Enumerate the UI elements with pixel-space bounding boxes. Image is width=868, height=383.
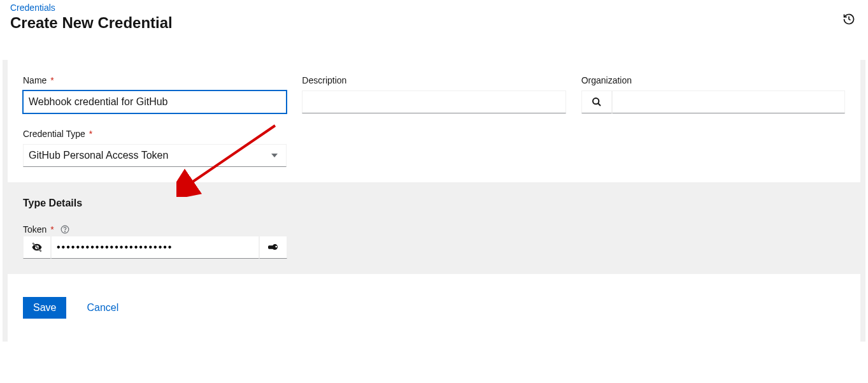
form-panel: Name * Description Organization [8, 60, 860, 182]
spacer [302, 129, 566, 167]
credential-type-label-text: Credential Type [23, 129, 85, 139]
breadcrumb-credentials[interactable]: Credentials [10, 3, 858, 13]
organization-label-text: Organization [581, 75, 632, 85]
create-credential-page: Credentials Create New Credential Name * [0, 0, 868, 383]
svg-point-4 [64, 231, 65, 232]
svg-point-0 [593, 98, 599, 104]
credential-type-group: Credential Type * GitHub Personal Access… [23, 129, 287, 167]
token-label-text: Token [23, 224, 46, 235]
spacer [581, 129, 845, 167]
token-input-row [23, 236, 287, 259]
organization-input-row [581, 90, 845, 113]
form-row-2: Credential Type * GitHub Personal Access… [23, 129, 845, 167]
history-button[interactable] [841, 11, 857, 27]
type-details-heading: Type Details [8, 182, 860, 209]
page-title: Create New Credential [10, 14, 858, 32]
name-input[interactable] [23, 90, 287, 113]
token-input[interactable] [51, 236, 259, 259]
description-input[interactable] [302, 90, 566, 113]
toggle-visibility-button[interactable] [23, 236, 51, 259]
description-label-text: Description [302, 75, 346, 85]
svg-line-1 [598, 103, 601, 106]
organization-group: Organization [581, 75, 845, 113]
required-marker: * [50, 224, 53, 235]
form-body: Name * Description Organization [3, 60, 865, 342]
search-icon [592, 97, 602, 107]
required-marker: * [50, 75, 53, 85]
credential-type-label: Credential Type * [23, 129, 287, 139]
help-icon[interactable] [60, 226, 69, 236]
page-header: Credentials Create New Credential [0, 0, 868, 45]
organization-search-button[interactable] [581, 90, 612, 113]
token-key-button[interactable] [259, 236, 287, 259]
save-button[interactable]: Save [23, 297, 66, 319]
token-label: Token * [23, 224, 69, 235]
credential-type-value: GitHub Personal Access Token [24, 146, 263, 165]
history-icon [843, 13, 855, 25]
form-footer: Save Cancel [8, 274, 860, 342]
name-group: Name * [23, 75, 287, 113]
caret-down-icon [263, 144, 286, 167]
name-label: Name * [23, 75, 287, 85]
cancel-button[interactable]: Cancel [87, 302, 118, 314]
organization-label: Organization [581, 75, 845, 85]
description-group: Description [302, 75, 566, 113]
credential-type-select[interactable]: GitHub Personal Access Token [23, 144, 287, 167]
required-marker: * [89, 129, 92, 139]
eye-slash-icon [31, 242, 43, 253]
key-icon [268, 242, 278, 252]
organization-input[interactable] [612, 90, 845, 113]
token-group: Token * [23, 224, 287, 259]
description-label: Description [302, 75, 566, 85]
type-details-panel: Token * [8, 209, 860, 274]
form-row-1: Name * Description Organization [23, 75, 845, 113]
name-label-text: Name [23, 75, 46, 85]
